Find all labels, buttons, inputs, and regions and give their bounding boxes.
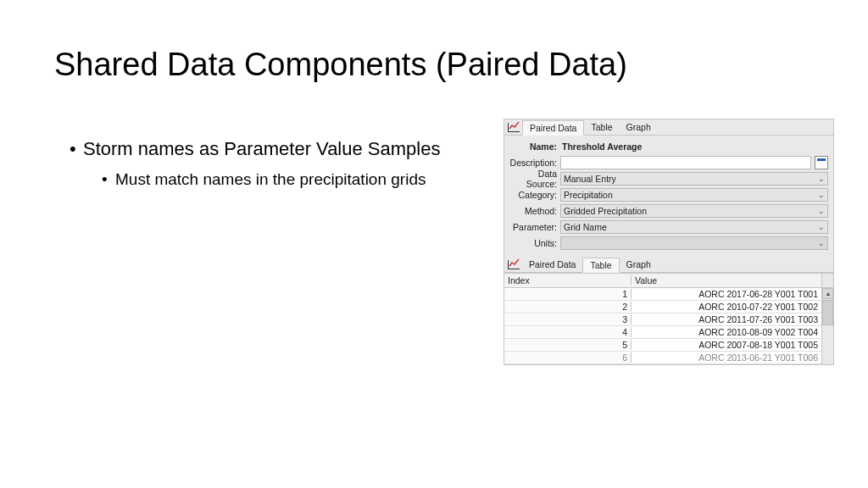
col-header-index: Index xyxy=(504,275,632,286)
method-select[interactable]: Gridded Precipitation ⌄ xyxy=(560,204,828,218)
category-value: Precipitation xyxy=(564,190,613,200)
cell-value: AORC 2017-06-28 Y001 T001 xyxy=(632,289,821,299)
scrollbar[interactable]: ▴ xyxy=(821,288,833,364)
tab-table-lower[interactable]: Table xyxy=(582,258,619,273)
table-row[interactable]: 4 AORC 2010-08-09 Y002 T004 xyxy=(504,326,821,339)
table-body: 1 AORC 2017-06-28 Y001 T001 2 AORC 2010-… xyxy=(504,288,833,364)
cell-value: AORC 2010-08-09 Y002 T004 xyxy=(632,327,821,337)
data-source-value: Manual Entry xyxy=(564,174,616,184)
label-name: Name: xyxy=(509,141,560,152)
table-row[interactable]: 3 AORC 2011-07-26 Y001 T003 xyxy=(504,313,821,326)
label-category: Category: xyxy=(509,190,560,200)
chart-icon xyxy=(508,123,520,132)
description-field[interactable] xyxy=(560,156,811,169)
bullet-level2: Must match names in the precipitation gr… xyxy=(102,169,476,190)
tab-graph-lower[interactable]: Graph xyxy=(620,258,658,271)
tab-table-upper[interactable]: Table xyxy=(584,120,619,134)
tab-paired-data-upper[interactable]: Paired Data xyxy=(522,120,584,136)
cell-index: 2 xyxy=(504,302,632,312)
col-header-value: Value xyxy=(632,275,821,286)
cell-index: 6 xyxy=(504,352,632,363)
cell-value: AORC 2007-08-18 Y001 T005 xyxy=(632,340,821,350)
label-description: Description: xyxy=(509,158,560,168)
value-name: Threshold Average xyxy=(560,141,642,152)
tabrow-lower: Paired Data Table Graph xyxy=(504,257,833,273)
chevron-down-icon: ⌄ xyxy=(815,239,827,247)
cell-index: 4 xyxy=(504,327,632,337)
form-area: Name: Threshold Average Description: Dat… xyxy=(504,136,833,257)
cell-index: 3 xyxy=(504,314,632,324)
cell-value: AORC 2013-06-21 Y001 T006 xyxy=(632,352,821,363)
table-header: Index Value xyxy=(504,274,833,288)
description-expand-icon[interactable] xyxy=(815,156,828,169)
units-select[interactable]: ⌄ xyxy=(560,236,828,250)
chevron-down-icon: ⌄ xyxy=(815,175,827,183)
table-row[interactable]: 2 AORC 2010-07-22 Y001 T002 xyxy=(504,301,821,313)
method-value: Gridded Precipitation xyxy=(564,206,647,216)
parameter-select[interactable]: Grid Name ⌄ xyxy=(560,220,828,234)
data-source-select[interactable]: Manual Entry ⌄ xyxy=(560,172,828,186)
category-select[interactable]: Precipitation ⌄ xyxy=(560,188,828,202)
label-data-source: Data Source: xyxy=(509,169,560,189)
cell-value: AORC 2011-07-26 Y001 T003 xyxy=(632,314,821,324)
bullet-content: Storm names as Parameter Value Samples M… xyxy=(70,137,476,189)
label-units: Units: xyxy=(509,238,560,248)
scroll-thumb[interactable] xyxy=(822,300,833,325)
tab-graph-upper[interactable]: Graph xyxy=(620,120,658,134)
chart-icon xyxy=(508,260,520,269)
tabrow-upper: Paired Data Table Graph xyxy=(504,119,833,136)
table-row[interactable]: 6 AORC 2013-06-21 Y001 T006 xyxy=(504,352,821,364)
cell-index: 5 xyxy=(504,340,632,350)
tab-paired-data-lower[interactable]: Paired Data xyxy=(522,258,582,271)
label-method: Method: xyxy=(509,206,560,216)
parameter-value: Grid Name xyxy=(564,222,607,232)
scroll-up-icon[interactable]: ▴ xyxy=(822,288,833,299)
bullet-level1: Storm names as Parameter Value Samples xyxy=(70,137,476,161)
chevron-down-icon: ⌄ xyxy=(815,223,827,231)
table-row[interactable]: 5 AORC 2007-08-18 Y001 T005 xyxy=(504,339,821,352)
cell-value: AORC 2010-07-22 Y001 T002 xyxy=(632,302,821,312)
data-table: Index Value 1 AORC 2017-06-28 Y001 T001 … xyxy=(504,273,833,364)
scroll-gutter-head xyxy=(821,274,833,287)
table-row[interactable]: 1 AORC 2017-06-28 Y001 T001 xyxy=(504,288,821,301)
label-parameter: Parameter: xyxy=(509,222,560,232)
chevron-down-icon: ⌄ xyxy=(815,207,827,215)
chevron-down-icon: ⌄ xyxy=(815,191,827,199)
slide-title: Shared Data Components (Paired Data) xyxy=(54,47,627,83)
paired-data-panel: Paired Data Table Graph Name: Threshold … xyxy=(504,119,834,365)
cell-index: 1 xyxy=(504,289,632,299)
